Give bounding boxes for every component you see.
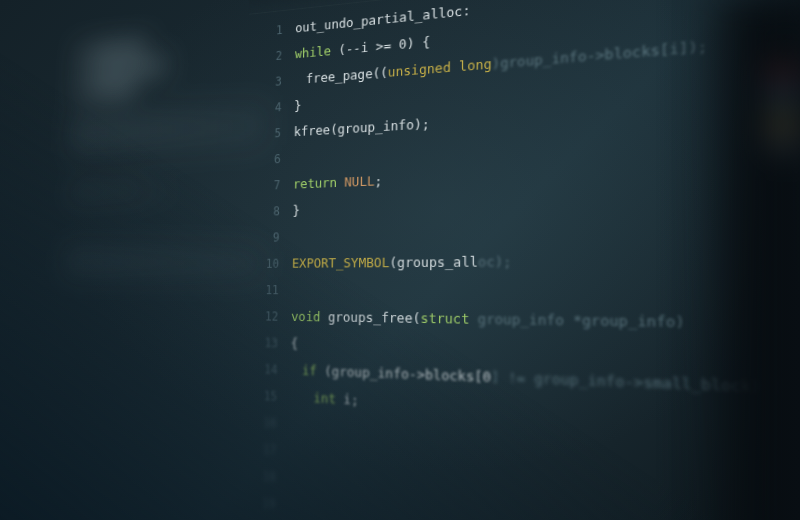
line-number: 12 (244, 303, 292, 330)
line-number: 4 (247, 93, 294, 122)
line-number: 9 (245, 224, 292, 251)
code-text: void groups_free(struct group_info *grou… (291, 303, 685, 337)
line-number: 8 (246, 198, 293, 225)
line-number: 16 (242, 408, 290, 437)
line-number: 15 (242, 382, 290, 411)
code-text: { (291, 330, 299, 357)
line-number: 11 (244, 277, 291, 304)
code-text: int i; (290, 384, 359, 414)
line-number: 18 (241, 461, 289, 492)
code-text: } (294, 93, 302, 120)
line-number: 17 (242, 435, 290, 465)
line-number: 5 (247, 119, 294, 148)
line-number: 6 (246, 145, 293, 173)
line-number: 3 (248, 67, 295, 96)
line-number: 14 (243, 355, 291, 383)
code-text: } (292, 197, 300, 224)
line-number: 19 (241, 488, 289, 519)
code-text: return NULL; (293, 167, 383, 197)
right-bezel-blur (700, 0, 800, 520)
editor-screen: groups_alloc = ... JS Targetver.js JS He… (0, 0, 800, 520)
code-text: EXPORT_SYMBOL(groups_alloc); (292, 248, 512, 277)
line-number: 7 (246, 171, 293, 199)
line-number: 20 (240, 514, 288, 520)
line-number: 13 (243, 329, 291, 357)
line-number: 10 (245, 250, 292, 277)
